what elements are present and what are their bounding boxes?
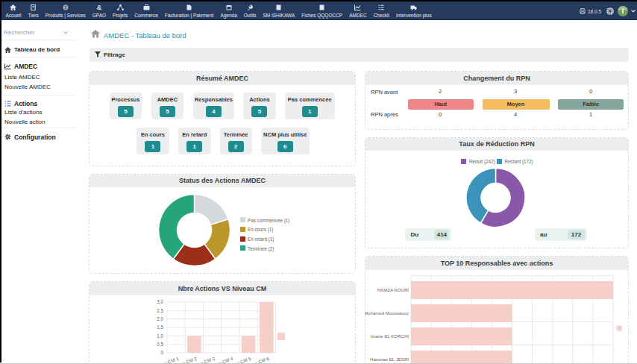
svg-text:Imane EL KORCHI: Imane EL KORCHI [371,333,410,339]
svg-text:&: & [97,4,102,10]
svg-text:0: 0 [160,350,163,355]
svg-text:1,0: 1,0 [157,333,163,339]
svg-text:3,0: 3,0 [157,299,163,304]
svg-text:Hassnae EL JESRI: Hassnae EL JESRI [370,357,409,362]
svg-text:HAMZA NOURI: HAMZA NOURI [377,287,410,292]
svg-text:1,5: 1,5 [157,324,163,330]
svg-text:2,0: 2,0 [157,316,163,321]
svg-text:0,5: 0,5 [157,342,163,347]
svg-text:2,5: 2,5 [157,308,163,313]
svg-text:Mohamed Moussaouy: Mohamed Moussaouy [365,310,410,316]
